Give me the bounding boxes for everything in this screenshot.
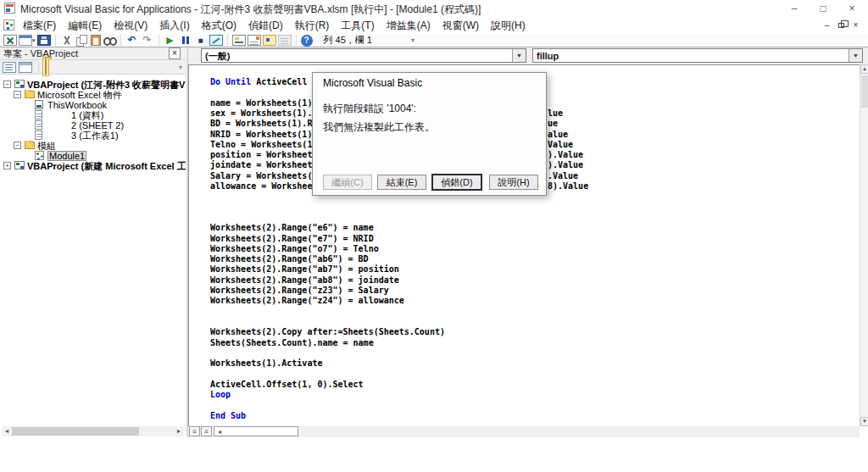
scrollbar-thumb[interactable] [861,75,868,108]
code-horizontal-scrollbar[interactable]: ◂ [214,426,298,436]
menu-insert[interactable]: 插入(I) [153,17,195,34]
collapse-icon[interactable]: − [14,142,21,149]
end-button[interactable]: 結束(E) [377,175,426,190]
tree-item-vbaproject-1[interactable]: −VBAProject (江河-附件3 收薪聲明書VBA.x [0,80,186,90]
tree-item-sheet-1[interactable]: 1 (資料) [0,110,186,120]
dialog-title: Microsoft Visual Basic [323,77,422,89]
workbook-icon [35,100,43,109]
run-button[interactable]: ▶ [164,35,177,46]
collapse-icon[interactable]: − [14,91,21,98]
tree-item-module1[interactable]: Module1 [0,151,186,161]
object-dropdown-value: (一般) [205,50,230,62]
code-vertical-scrollbar[interactable]: ▲ ▼ [860,64,868,426]
menu-tools[interactable]: 工具(T) [335,17,380,34]
copy-button[interactable] [75,35,89,46]
mdi-restore-button[interactable] [836,20,847,31]
toggle-folders-icon [45,58,47,75]
collapse-icon[interactable]: − [3,81,11,88]
tree-item-modules-folder[interactable]: −模組 [0,141,186,151]
close-button[interactable]: × [837,0,866,17]
scroll-right-icon[interactable]: ▸ [174,426,184,436]
vba-editor-window: Microsoft Visual Basic for Applications … [0,0,868,472]
menu-window[interactable]: 視窗(W) [437,17,485,34]
scrollbar-thumb[interactable] [12,427,139,436]
minimize-button[interactable]: – [780,0,809,17]
view-object-button[interactable] [19,62,32,73]
mdi-child-icon [3,19,14,31]
scroll-down-icon[interactable]: ▼ [860,417,868,426]
scroll-up-icon[interactable]: ▲ [860,64,868,74]
project-panel-toolbar: ▾ [0,60,186,75]
properties-window-button[interactable] [248,35,261,46]
chevron-down-icon[interactable]: ▼ [512,49,526,62]
continue-button[interactable]: 繼續(C) [323,175,372,190]
code-bottom-bar: ≡ ≡ ◂ [188,426,860,437]
full-module-view-button[interactable]: ≡ [201,426,212,436]
menu-bar: 檔案(F)編輯(E)檢視(V)插入(I)格式(O)偵錯(D)執行(R)工具(T)… [0,17,868,34]
tree-item-sheet-3[interactable]: 3 (工作表1) [0,130,186,141]
help-button[interactable]: 說明(H) [489,175,538,190]
chevron-down-icon[interactable]: ▾ [32,37,36,44]
standard-toolbar: ▾↶↷▶■ 列 45，欄 1 ▾ [0,34,868,47]
menu-view[interactable]: 檢視(V) [108,17,153,34]
tree-item-label: 模組 [37,141,56,151]
menu-addins[interactable]: 增益集(A) [381,17,437,34]
scroll-left-icon[interactable]: ◂ [2,426,12,436]
maximize-button[interactable]: □ [809,0,837,17]
toolbar-separator [227,35,228,46]
cut-button[interactable] [60,35,74,46]
design-mode-button[interactable] [209,35,223,46]
procedure-dropdown[interactable]: fillup ▼ [532,48,863,63]
view-code-button[interactable] [3,62,16,73]
runtime-error-dialog: Microsoft Visual Basic 執行階段錯誤 '1004': 我們… [312,72,547,196]
project-toolbar-overflow-icon[interactable]: ▾ [179,64,182,71]
project-panel-close-button[interactable]: × [169,47,181,59]
menu-file[interactable]: 檔案(F) [17,17,62,34]
paste-button[interactable] [91,35,101,46]
tree-item-label: VBAProject (新建 Microsoft Excel 工作表.x [27,161,186,171]
chevron-down-icon[interactable]: ▼ [849,49,862,62]
module-icon [35,151,44,160]
break-button[interactable] [179,35,192,46]
object-browser-button[interactable] [263,35,276,46]
toolbox-button[interactable] [278,35,292,46]
toolbar-separator [159,35,159,46]
tree-item-thisworkbook[interactable]: ThisWorkbook [0,100,186,110]
expand-icon[interactable]: + [3,162,11,169]
mdi-window-controls: –× [821,20,861,31]
toolbar-separator [120,35,121,46]
menu-format[interactable]: 格式(O) [196,17,242,34]
restore-icon [838,23,844,28]
mdi-close-button[interactable]: × [850,20,861,31]
scroll-left-icon[interactable]: ◂ [214,427,225,437]
debug-button[interactable]: 偵錯(D) [432,175,481,190]
insert-userform-button[interactable] [19,35,32,46]
procedure-view-button[interactable]: ≡ [189,426,200,436]
toolbar-overflow-icon[interactable]: ▾ [411,36,415,44]
view-microsoft-excel-button[interactable] [3,35,17,46]
tree-item-label: 2 (SHEET 2) [71,120,124,130]
object-dropdown[interactable]: (一般) ▼ [201,48,526,63]
tree-item-label: ThisWorkbook [47,100,107,110]
reset-button[interactable]: ■ [194,35,208,46]
mdi-minimize-button[interactable]: – [821,20,832,31]
project-icon [14,161,25,169]
toggle-folders-button[interactable] [42,58,49,76]
tree-item-label: 3 (工作表1) [71,130,119,141]
tree-item-vbaproject-2[interactable]: +VBAProject (新建 Microsoft Excel 工作表.x [0,161,186,171]
find-button[interactable] [103,35,116,46]
menu-run[interactable]: 執行(R) [289,17,336,34]
menu-help[interactable]: 說明(H) [485,17,531,34]
menu-edit[interactable]: 編輯(E) [62,17,108,34]
menu-debug[interactable]: 偵錯(D) [242,17,289,34]
undo-button[interactable]: ↶ [125,35,139,46]
tree-item-excel-objects-folder[interactable]: −Microsoft Excel 物件 [0,90,186,100]
project-explorer-button[interactable] [232,35,246,46]
project-icon [14,80,25,88]
redo-button[interactable]: ↷ [141,35,154,46]
save-button[interactable] [37,35,51,46]
project-horizontal-scrollbar[interactable]: ◂ ▸ [2,426,184,436]
tree-item-sheet-2[interactable]: 2 (SHEET 2) [0,120,186,130]
toolbar-separator [38,62,39,73]
help-button[interactable] [301,35,313,47]
